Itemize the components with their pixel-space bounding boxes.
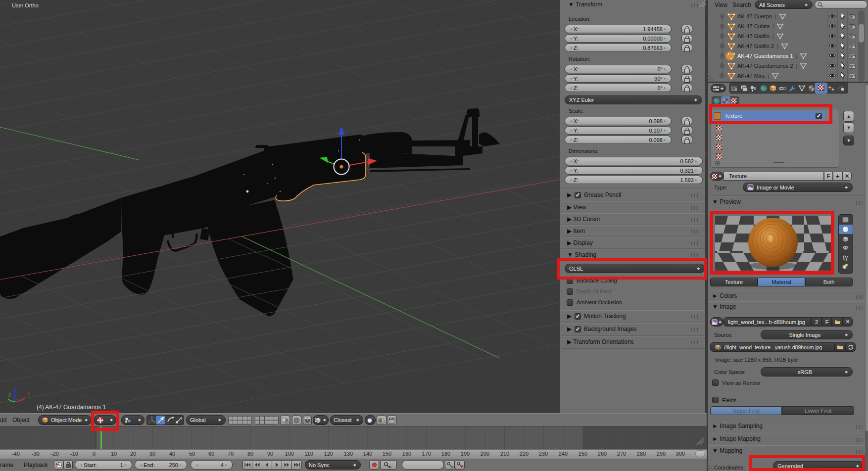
svg-text:y: y xyxy=(8,391,11,397)
svg-text:z: z xyxy=(16,381,19,387)
svg-text:x: x xyxy=(27,390,30,396)
